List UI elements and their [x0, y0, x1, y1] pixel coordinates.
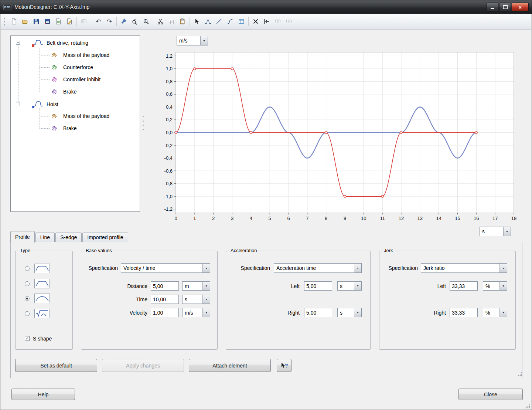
data-point-marker: [250, 132, 252, 134]
close-window-button[interactable]: ×: [512, 3, 529, 11]
chevron-down-icon: ▼: [202, 282, 210, 290]
time-unit-field-select[interactable]: s▼: [182, 295, 210, 304]
panel-resize-grip[interactable]: [517, 371, 523, 377]
window-resize-grip[interactable]: [524, 403, 531, 409]
accel-left-unit-select[interactable]: s▼: [337, 281, 362, 291]
open-icon[interactable]: [20, 16, 31, 27]
gear-icon: [51, 89, 57, 95]
close-button[interactable]: Close: [458, 389, 523, 400]
line-tool-icon[interactable]: [214, 16, 225, 27]
gear-icon: [51, 52, 57, 58]
tree-item-label[interactable]: Mass of the payload: [63, 113, 109, 119]
unit-select[interactable]: m/s▼: [177, 36, 208, 45]
table-tool-icon[interactable]: [236, 16, 247, 27]
report-icon[interactable]: [53, 16, 64, 27]
s-curve-tool-icon[interactable]: [225, 16, 236, 27]
chevron-down-icon: ▼: [202, 264, 210, 272]
y-tick-label: 0,0: [166, 130, 173, 135]
tree-item-label[interactable]: Counterforce: [63, 64, 93, 70]
collapse-toggle[interactable]: [16, 102, 20, 106]
x-tick-label: 13: [417, 216, 423, 221]
minimize-button[interactable]: [487, 3, 498, 11]
pulse-tool-icon[interactable]: [202, 16, 214, 27]
tree-item-label[interactable]: Belt drive, rotating: [47, 40, 88, 46]
toolbar-grip[interactable]: [4, 17, 7, 26]
comb-icon[interactable]: [78, 16, 89, 27]
edit-notes-icon[interactable]: [64, 16, 75, 27]
radio-s-trapezoid-profile[interactable]: [25, 266, 30, 271]
pan-window-icon[interactable]: [283, 16, 294, 27]
cut-icon[interactable]: [155, 16, 166, 27]
tree-item-label[interactable]: Controller inhibit: [63, 77, 100, 82]
set-as-default-button[interactable]: Set as default: [15, 359, 97, 372]
undo-icon[interactable]: ↶: [93, 16, 104, 27]
x-tick-label: 3: [231, 216, 233, 221]
help-button[interactable]: Help: [11, 389, 75, 400]
zoom-icon[interactable]: [140, 16, 151, 27]
select-cursor-icon[interactable]: [191, 16, 202, 27]
copy-icon[interactable]: [166, 16, 177, 27]
title-bar[interactable]: DSD MotionDesigner: C:\X-Y-Axis.lmp ×: [0, 0, 532, 14]
distance-input[interactable]: [151, 281, 179, 291]
x-tick-label: 17: [492, 216, 498, 221]
zoom-window-icon[interactable]: [272, 16, 283, 27]
tab-imported-profile[interactable]: Imported profile: [82, 233, 128, 242]
tree-item-label[interactable]: Brake: [63, 89, 77, 95]
accel-right-unit-select[interactable]: s▼: [337, 308, 362, 317]
new-icon[interactable]: [8, 16, 20, 27]
trapezoid-profile-icon[interactable]: [34, 279, 50, 288]
tree-item-label[interactable]: Brake: [63, 125, 77, 131]
radio-smooth-bell-profile[interactable]: [25, 296, 30, 301]
y-tick-label: 0,8: [166, 79, 173, 84]
chevron-down-icon: ▼: [354, 308, 361, 317]
time-input[interactable]: [151, 295, 179, 304]
smooth-bell-profile-icon[interactable]: [34, 294, 50, 303]
accel-right-input[interactable]: [304, 308, 332, 317]
time-unit-select[interactable]: s▼: [480, 227, 511, 236]
radio-trapezoid-profile[interactable]: [25, 281, 30, 286]
jerk-right-input[interactable]: [450, 308, 478, 317]
velocity-input[interactable]: [151, 308, 179, 317]
distance-unit-select[interactable]: m▼: [182, 281, 210, 291]
jerk-specification-select[interactable]: Jerk ratio▼: [421, 263, 507, 273]
tab-line[interactable]: Line: [35, 233, 55, 242]
s-shape-label: S shape: [33, 336, 52, 342]
x-tick-label: 9: [344, 216, 346, 221]
x-tick-label: 15: [455, 216, 460, 221]
velocity-unit-select[interactable]: m/s▼: [182, 308, 210, 317]
tab-s-edge[interactable]: S-edge: [55, 233, 82, 242]
s-trapezoid-profile-icon[interactable]: [34, 264, 50, 273]
context-help-button[interactable]: ?: [277, 359, 291, 372]
y-tick-label: -0,2: [164, 143, 173, 148]
root-profile-icon[interactable]: [34, 309, 50, 318]
tree-connector: [40, 92, 50, 92]
tree-item-label[interactable]: Hoist: [47, 101, 58, 107]
save-as-icon[interactable]: [42, 16, 53, 27]
chart-canvas: 01234567891011121314151617181,21,00,80,6…: [148, 34, 523, 230]
data-point-marker: [475, 132, 477, 134]
jerk-right-unit-select[interactable]: %▼: [483, 308, 507, 317]
tree-item-label[interactable]: Mass of the payload: [63, 52, 109, 58]
jump-start-icon[interactable]: [261, 16, 272, 27]
accel-left-input[interactable]: [304, 281, 332, 291]
radio-root-profile[interactable]: [25, 311, 30, 316]
base-specification-select[interactable]: Velocity / time▼: [121, 263, 210, 273]
jerk-left-input[interactable]: [450, 281, 478, 291]
tab-profile[interactable]: Profile: [10, 231, 35, 243]
zoom-100-icon[interactable]: xx: [129, 16, 140, 27]
acceleration-specification-select[interactable]: Acceleration time▼: [274, 263, 362, 273]
motion-profile-icon: [33, 100, 44, 108]
apply-changes-button[interactable]: Apply changes: [102, 359, 184, 372]
save-icon[interactable]: [31, 16, 42, 27]
attach-element-button[interactable]: Attach element: [189, 359, 271, 372]
redo-icon[interactable]: ↷: [104, 16, 115, 27]
collapse-toggle[interactable]: [16, 41, 20, 45]
data-point-marker: [231, 68, 233, 70]
maximize-button[interactable]: [499, 3, 511, 11]
wrench-icon[interactable]: [118, 16, 129, 27]
jerk-left-unit-select[interactable]: %▼: [483, 281, 507, 291]
s-shape-checkbox[interactable]: [25, 336, 30, 341]
paste-icon[interactable]: [177, 16, 188, 27]
delete-icon[interactable]: [250, 16, 261, 27]
splitter-handle[interactable]: [141, 114, 144, 132]
